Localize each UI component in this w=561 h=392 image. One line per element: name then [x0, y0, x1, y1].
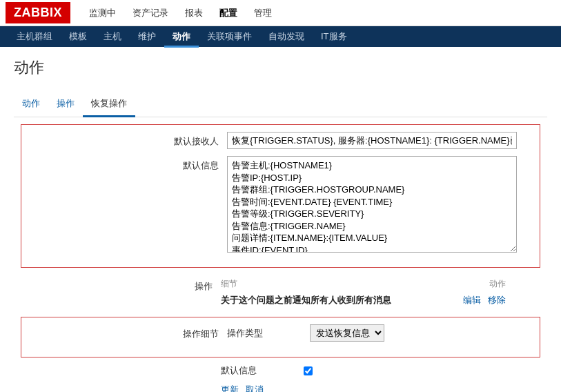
sub-nav-item[interactable]: 主机群组 — [8, 26, 61, 48]
default-recipient-label: 默认接收人 — [27, 132, 227, 148]
page-content: 动作 动作操作恢复操作 默认接收人 默认信息 操作 细节 动作 — [0, 47, 561, 392]
logo: ZABBIX — [6, 2, 70, 23]
top-nav-item[interactable]: 管理 — [246, 0, 280, 26]
default-msg-checkbox[interactable] — [304, 366, 313, 375]
operation-type-select[interactable]: 发送恢复信息 — [310, 324, 384, 342]
recovery-message-box: 默认接收人 默认信息 — [21, 124, 540, 268]
operations-remove-link[interactable]: 移除 — [488, 295, 506, 305]
operations-edit-link[interactable]: 编辑 — [463, 295, 481, 305]
sub-nav-item[interactable]: 关联项事件 — [199, 26, 260, 48]
operation-detail-box: 操作细节 操作类型 发送恢复信息 — [21, 317, 540, 357]
sub-nav-item[interactable]: 主机 — [95, 26, 130, 48]
default-message-textarea[interactable] — [227, 156, 517, 253]
default-recipient-input[interactable] — [227, 132, 517, 149]
top-nav-item[interactable]: 资产记录 — [124, 0, 177, 26]
operations-label: 操作 — [21, 278, 221, 306]
top-nav-item[interactable]: 报表 — [177, 0, 211, 26]
operations-col-detail: 细节 — [221, 278, 237, 290]
sub-nav-item[interactable]: IT服务 — [313, 26, 355, 48]
operation-type-label: 操作类型 — [227, 327, 310, 340]
top-bar: ZABBIX 监测中资产记录报表配置管理 — [0, 0, 561, 26]
operations-row: 关于这个问题之前通知所有人收到所有消息 编辑 移除 — [221, 294, 540, 306]
sub-nav-item[interactable]: 维护 — [130, 26, 164, 48]
tabs: 动作操作恢复操作 — [14, 92, 547, 117]
operations-col-action: 动作 — [489, 278, 506, 290]
default-msg-checkbox-label: 默认信息 — [221, 364, 304, 377]
operations-row-desc: 关于这个问题之前通知所有人收到所有消息 — [221, 294, 391, 306]
top-nav-item[interactable]: 配置 — [211, 0, 246, 26]
operation-detail-label: 操作细节 — [27, 324, 227, 340]
default-message-label: 默认信息 — [27, 156, 227, 172]
sub-nav-item[interactable]: 动作 — [164, 26, 199, 48]
detail-cancel-link[interactable]: 取消 — [246, 384, 264, 392]
tab[interactable]: 恢复操作 — [83, 92, 135, 117]
top-nav-item[interactable]: 监测中 — [81, 0, 124, 26]
sub-nav-item[interactable]: 自动发现 — [260, 26, 313, 48]
page-title: 动作 — [14, 57, 547, 78]
detail-update-link[interactable]: 更新 — [221, 384, 239, 392]
sub-nav: 主机群组模板主机维护动作关联项事件自动发现IT服务 — [0, 26, 561, 47]
tab[interactable]: 动作 — [14, 92, 48, 117]
sub-nav-item[interactable]: 模板 — [61, 26, 95, 48]
operations-section: 操作 细节 动作 关于这个问题之前通知所有人收到所有消息 编辑 移除 — [21, 278, 540, 306]
tab[interactable]: 操作 — [48, 92, 83, 117]
top-nav: 监测中资产记录报表配置管理 — [81, 0, 280, 26]
